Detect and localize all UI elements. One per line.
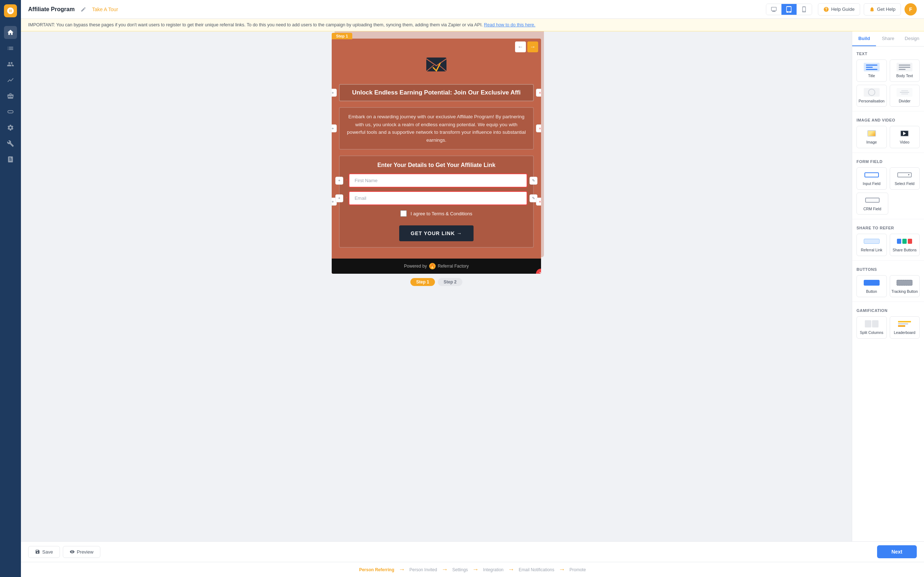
panel-item-image[interactable]: Image xyxy=(856,126,887,148)
divider-icon xyxy=(897,88,913,97)
canvas-area: Step 2 Step 1 ← → xyxy=(21,31,852,541)
save-button[interactable]: Save xyxy=(28,546,60,558)
email-input[interactable] xyxy=(349,191,527,205)
sidebar-item-analytics[interactable] xyxy=(4,74,17,87)
sidebar-item-docs[interactable] xyxy=(4,153,17,166)
split-columns-icon xyxy=(864,319,880,328)
sidebar-item-rewards[interactable] xyxy=(4,89,17,102)
share-buttons-label: Share Buttons xyxy=(893,248,917,253)
sidebar-item-users[interactable] xyxy=(4,58,17,71)
panel-item-share-buttons[interactable]: Share Buttons xyxy=(890,234,920,256)
nav-arrow-4: → xyxy=(508,566,514,574)
terms-checkbox[interactable] xyxy=(400,210,407,217)
buttons-section-title: Buttons xyxy=(856,267,920,272)
desktop-view-button[interactable] xyxy=(766,4,782,15)
panel-item-input-field[interactable]: Input Field xyxy=(856,167,887,190)
image-label: Image xyxy=(866,140,877,145)
cta-button[interactable]: GET YOUR LINK → xyxy=(399,226,473,241)
campaign-page-inner: + Unlock Endless Earning Potential: Join… xyxy=(332,39,541,259)
nav-arrow-3: → xyxy=(472,566,478,574)
prev-page-button[interactable]: ← xyxy=(515,42,526,52)
split-columns-label: Split Columns xyxy=(860,330,883,335)
leaderboard-icon xyxy=(897,319,913,328)
email-add-button[interactable]: + xyxy=(335,194,343,202)
nav-label-person-invited[interactable]: Person Invited xyxy=(405,567,441,572)
first-name-input[interactable] xyxy=(349,174,527,187)
firstname-pencil-button[interactable]: ✎ xyxy=(530,177,538,185)
panel-item-crm-field[interactable]: CRM Field xyxy=(856,193,888,215)
nav-label-settings[interactable]: Settings xyxy=(448,567,472,572)
media-section-title: Image And Video xyxy=(856,118,920,122)
app-logo[interactable] xyxy=(4,4,17,17)
panel-item-body-text[interactable]: Body Text xyxy=(890,60,920,82)
headline-block: + Unlock Endless Earning Potential: Join… xyxy=(339,84,534,102)
nav-arrow-1: → xyxy=(399,566,405,574)
nav-label-promote[interactable]: Promote xyxy=(565,567,590,572)
nav-label-integration[interactable]: Integration xyxy=(478,567,508,572)
panel-item-video[interactable]: Video xyxy=(890,126,920,148)
help-guide-button[interactable]: Help Guide xyxy=(818,3,860,16)
panel-item-divider[interactable]: Divider xyxy=(890,85,920,107)
tab-build[interactable]: Build xyxy=(852,31,876,46)
edit-title-button[interactable] xyxy=(81,6,86,12)
sidebar-item-tools[interactable] xyxy=(4,137,17,150)
firstname-add-button[interactable]: + xyxy=(335,177,343,185)
body-delete-button[interactable]: × xyxy=(536,124,541,132)
panel-section-form: Form Field Input Field ▼ Select Field xyxy=(852,154,924,218)
nav-label-person-referring[interactable]: Person Referring xyxy=(355,567,399,572)
headline-move-button[interactable]: + xyxy=(332,89,337,97)
first-name-field-row: + * ✎ xyxy=(346,174,527,187)
panel-item-tracking-button[interactable]: Tracking Button xyxy=(890,275,920,298)
workspace: Step 2 Step 1 ← → xyxy=(21,31,924,541)
headline-content[interactable]: Unlock Endless Earning Potential: Join O… xyxy=(339,84,534,102)
tab-share[interactable]: Share xyxy=(876,31,900,46)
terms-checkbox-row: I agree to Terms & Conditions xyxy=(346,209,527,218)
nav-step-person-invited: Person Invited → xyxy=(405,566,448,574)
tab-design[interactable]: Design xyxy=(900,31,924,46)
email-required: * xyxy=(346,195,347,201)
referral-factory-logo: 🔥 xyxy=(429,263,436,269)
title-label: Title xyxy=(868,74,875,79)
select-field-label: Select Field xyxy=(895,181,914,187)
step-dot-2[interactable]: Step 2 xyxy=(438,278,462,286)
crm-field-label: CRM Field xyxy=(863,206,881,212)
panel-item-button[interactable]: Button xyxy=(856,275,887,298)
info-bar: IMPORTANT: You can bypass these pages if… xyxy=(21,19,924,31)
take-tour-link[interactable]: Take A Tour xyxy=(92,6,118,12)
panel-item-split-columns[interactable]: Split Columns xyxy=(856,316,887,338)
top-bar: Affiliate Program Take A Tour Help Guide xyxy=(21,0,924,19)
next-page-button[interactable]: → xyxy=(527,42,538,52)
sidebar-item-campaigns[interactable] xyxy=(4,42,17,55)
sidebar-item-settings[interactable] xyxy=(4,121,17,134)
sidebar-item-integrations[interactable] xyxy=(4,105,17,118)
form-block: + Enter Your Details to Get Your Affilia… xyxy=(339,155,534,248)
panel-item-personalisation[interactable]: Personalisation xyxy=(856,85,887,107)
form-title: Enter Your Details to Get Your Affiliate… xyxy=(346,162,527,168)
get-help-button[interactable]: Get Help xyxy=(864,3,901,16)
panel-item-select-field[interactable]: ▼ Select Field xyxy=(890,167,920,190)
user-avatar[interactable]: F xyxy=(905,3,917,16)
panel-item-referral-link[interactable]: Referral Link xyxy=(856,234,887,256)
nav-label-email-notifications[interactable]: Email Notifications xyxy=(514,567,559,572)
tablet-view-button[interactable] xyxy=(782,4,796,15)
personalisation-icon xyxy=(864,88,880,97)
body-move-button[interactable]: + xyxy=(332,124,337,132)
button-icon xyxy=(864,279,880,287)
step-dot-1[interactable]: Step 1 xyxy=(410,278,435,286)
body-content[interactable]: Embark on a rewarding journey with our e… xyxy=(339,107,534,150)
campaign-page: + Unlock Endless Earning Potential: Join… xyxy=(332,39,541,274)
nav-step-promote: Promote xyxy=(565,567,590,572)
input-field-icon xyxy=(864,171,880,179)
preview-label: Preview xyxy=(77,549,94,554)
next-button[interactable]: Next xyxy=(877,545,917,558)
panel-item-leaderboard[interactable]: Leaderboard xyxy=(890,316,920,338)
preview-button[interactable]: Preview xyxy=(63,546,100,558)
headline-delete-button[interactable]: × xyxy=(536,89,541,97)
right-panel: Build Share Design Text xyxy=(852,31,924,541)
panel-item-title[interactable]: Title xyxy=(856,60,887,82)
sidebar-item-home[interactable] xyxy=(4,26,17,39)
form-delete-button[interactable]: × xyxy=(536,198,541,206)
form-items: Input Field ▼ Select Field CRM Field xyxy=(856,167,920,214)
mobile-view-button[interactable] xyxy=(796,4,812,15)
info-link[interactable]: Read how to do this here. xyxy=(484,23,535,27)
